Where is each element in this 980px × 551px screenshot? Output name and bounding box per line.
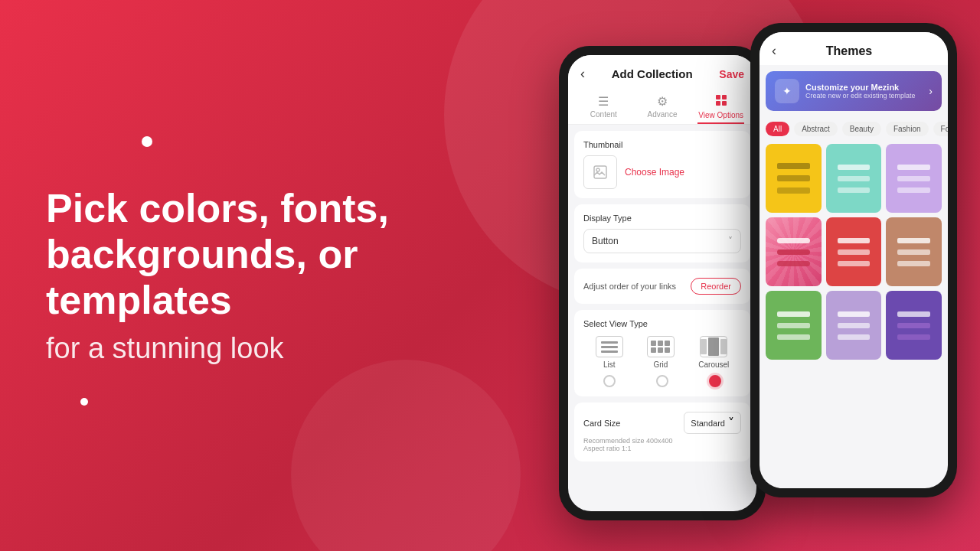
theme-green[interactable] — [766, 291, 822, 360]
display-type-select[interactable]: Button ˅ — [583, 229, 741, 253]
decorative-dot-2 — [80, 398, 88, 406]
reorder-button[interactable]: Reorder — [691, 278, 741, 295]
themes-grid — [760, 141, 948, 363]
content-tab-icon: ☰ — [598, 94, 609, 109]
view-options-tab-icon — [715, 94, 727, 109]
view-options-tab-label: View Options — [698, 111, 743, 119]
list-label: List — [603, 360, 616, 369]
card-size-label: Card Size — [583, 419, 620, 428]
banner-subtitle: Create new or edit existing template — [805, 92, 923, 99]
theme-filters: All Abstract Beauty Fashion Food — [760, 117, 948, 141]
card-size-value: Standard — [691, 419, 725, 428]
reorder-section: Adjust order of your links Reorder — [574, 269, 750, 304]
banner-icon: ✦ — [775, 79, 799, 103]
phone-add-collection: ‹ Add Collection Save ☰ Content ⚙ Advanc… — [559, 46, 766, 520]
svg-point-5 — [596, 168, 599, 171]
phone2-header: ‹ Themes — [760, 32, 948, 65]
phone-themes: ‹ Themes ✦ Customize your Mezink Create … — [750, 23, 957, 497]
reorder-label: Adjust order of your links — [583, 282, 676, 291]
phone2-title: Themes — [782, 44, 916, 58]
thumbnail-box: Choose Image — [583, 155, 741, 189]
thumbnail-placeholder — [583, 155, 617, 189]
radio-list[interactable] — [603, 375, 616, 387]
phone1-screen: ‹ Add Collection Save ☰ Content ⚙ Advanc… — [568, 55, 756, 511]
svg-rect-1 — [722, 95, 727, 99]
filter-food[interactable]: Food — [933, 122, 948, 136]
carousel-icon — [700, 336, 727, 357]
radio-row — [583, 375, 741, 387]
view-option-grid[interactable]: Grid — [647, 336, 675, 369]
advance-tab-icon: ⚙ — [657, 94, 668, 109]
radio-carousel[interactable] — [709, 375, 721, 387]
view-type-section: Select View Type List — [574, 310, 750, 396]
card-size-row: Card Size Standard ˅ — [583, 412, 741, 434]
display-type-value: Button — [592, 236, 619, 246]
card-size-hint2: Aspect ratio 1:1 — [583, 445, 741, 452]
svg-rect-3 — [722, 101, 727, 106]
radio-grid[interactable] — [656, 375, 668, 387]
phone2-screen: ‹ Themes ✦ Customize your Mezink Create … — [760, 32, 948, 488]
card-size-section: Card Size Standard ˅ Recommended size 40… — [574, 403, 750, 461]
tab-view-options[interactable]: View Options — [691, 88, 750, 124]
decorative-dot-1 — [142, 136, 152, 147]
view-option-list[interactable]: List — [596, 336, 623, 369]
theme-lilac[interactable] — [826, 291, 882, 360]
advance-tab-label: Advance — [648, 110, 678, 119]
view-type-options: List Grid — [583, 336, 741, 369]
card-size-chevron: ˅ — [728, 416, 734, 430]
chevron-down-icon: ˅ — [728, 236, 733, 246]
filter-abstract[interactable]: Abstract — [794, 122, 838, 136]
banner-title: Customize your Mezink — [805, 83, 923, 92]
content-tab-label: Content — [590, 110, 617, 119]
list-icon — [596, 336, 623, 357]
phone1-title: Add Collection — [612, 67, 693, 80]
thumbnail-label: Thumbnail — [583, 140, 741, 149]
theme-brown[interactable] — [886, 217, 942, 286]
phone1-header: ‹ Add Collection Save — [568, 55, 756, 88]
view-option-carousel[interactable]: Carousel — [698, 336, 729, 369]
hero-headline: Pick colors, fonts, backgrounds, or temp… — [46, 186, 490, 323]
phone1-tabs: ☰ Content ⚙ Advance — [568, 88, 756, 125]
hero-text: Pick colors, fonts, backgrounds, or temp… — [46, 186, 490, 365]
thumbnail-section: Thumbnail Choose Image — [574, 131, 750, 198]
view-type-label: Select View Type — [583, 319, 741, 328]
theme-yellow[interactable] — [766, 144, 822, 213]
theme-mint[interactable] — [826, 144, 882, 213]
tab-advance[interactable]: ⚙ Advance — [633, 88, 692, 124]
svg-rect-4 — [594, 166, 606, 178]
grid-icon — [647, 336, 675, 357]
theme-pink-rays[interactable] — [766, 217, 822, 286]
tab-content[interactable]: ☰ Content — [574, 88, 633, 124]
theme-lavender[interactable] — [886, 144, 942, 213]
filter-all[interactable]: All — [766, 122, 789, 136]
theme-purple[interactable] — [886, 291, 942, 360]
display-type-label: Display Type — [583, 214, 741, 223]
display-type-section: Display Type Button ˅ — [574, 204, 750, 262]
choose-image-button[interactable]: Choose Image — [625, 167, 684, 178]
banner-arrow-icon: › — [929, 85, 933, 97]
filter-fashion[interactable]: Fashion — [886, 122, 929, 136]
grid-label: Grid — [654, 360, 668, 369]
carousel-label: Carousel — [698, 360, 729, 369]
banner-text: Customize your Mezink Create new or edit… — [805, 83, 923, 99]
phone1-save-button[interactable]: Save — [719, 68, 744, 80]
phone2-back-button[interactable]: ‹ — [772, 43, 776, 59]
phone1-back-button[interactable]: ‹ — [580, 66, 585, 82]
card-size-select[interactable]: Standard ˅ — [684, 412, 741, 434]
filter-beauty[interactable]: Beauty — [842, 122, 881, 136]
phones-container: ‹ Add Collection Save ☰ Content ⚙ Advanc… — [559, 23, 957, 520]
hero-subtext: for a stunning look — [46, 332, 490, 365]
customize-banner[interactable]: ✦ Customize your Mezink Create new or ed… — [766, 71, 942, 111]
theme-red-stripes[interactable] — [826, 217, 882, 286]
bg-decoration-circle-medium — [291, 360, 521, 551]
card-size-hint1: Recommended size 400x400 — [583, 437, 741, 445]
svg-rect-2 — [716, 101, 720, 106]
svg-rect-0 — [716, 95, 720, 99]
